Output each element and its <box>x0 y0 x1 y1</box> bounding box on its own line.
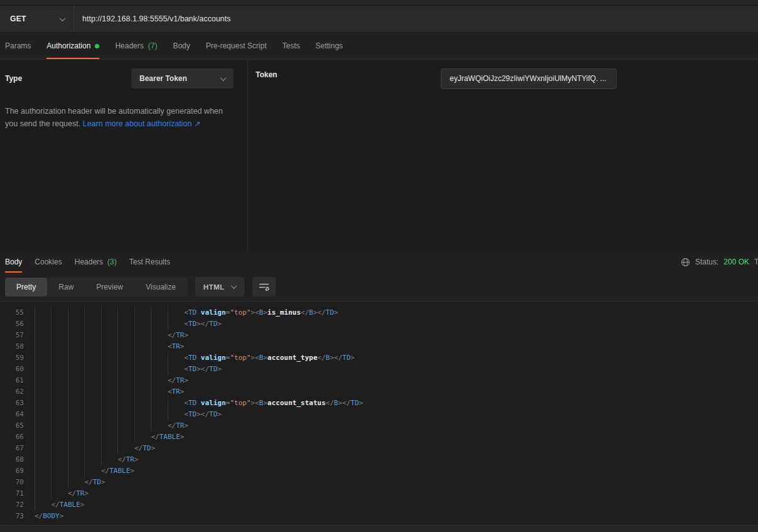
code-line: 58<TR> <box>0 341 758 352</box>
indent-guide <box>51 364 67 375</box>
view-tab-preview[interactable]: Preview <box>85 278 134 296</box>
view-tab-visualize[interactable]: Visualize <box>134 278 187 296</box>
tab-label: Body <box>173 41 190 50</box>
status-truncated-text: T <box>754 258 758 266</box>
request-tab-headers[interactable]: Headers(7) <box>115 33 157 59</box>
indent-guide <box>117 443 134 454</box>
indent-guide <box>134 432 151 443</box>
wrap-lines-button[interactable] <box>252 277 276 296</box>
line-number: 56 <box>0 318 24 330</box>
indent-guide <box>84 432 100 443</box>
auth-configured-dot-icon <box>95 44 99 48</box>
indent-guide <box>151 330 167 341</box>
indent-guide <box>51 318 67 330</box>
request-tab-body[interactable]: Body <box>173 33 190 59</box>
response-tab-body[interactable]: Body <box>5 251 22 273</box>
request-tab-pre-request-script[interactable]: Pre-request Script <box>206 33 267 59</box>
indent-guide <box>68 443 84 454</box>
indent-guide <box>68 432 84 443</box>
chevron-down-icon <box>231 283 237 289</box>
globe-icon[interactable] <box>681 258 690 267</box>
indent-guide <box>68 330 84 341</box>
indent-guide <box>101 398 117 409</box>
indent-guide <box>68 465 84 477</box>
indent-guide <box>134 375 151 386</box>
indent-guide <box>168 352 184 364</box>
request-tab-params[interactable]: Params <box>5 33 31 59</box>
indent-guide <box>117 420 134 432</box>
indent-guide <box>101 352 117 364</box>
indent-guide <box>84 409 100 420</box>
indent-guide <box>51 307 67 318</box>
tab-label: Headers <box>115 41 143 50</box>
indent-guide <box>151 341 167 352</box>
request-url-bar: GET http://192.168.1.98:5555/v1/bank/acc… <box>0 6 758 33</box>
response-tab-cookies[interactable]: Cookies <box>35 251 62 273</box>
code-line: 55<TD valign="top"><B>is_minus</B></TD> <box>0 307 758 318</box>
view-tab-pretty[interactable]: Pretty <box>5 278 47 296</box>
tab-count-badge: (3) <box>107 258 117 266</box>
line-number: 57 <box>0 330 24 341</box>
learn-more-link[interactable]: Learn more about authorization ↗ <box>83 119 201 128</box>
line-number: 55 <box>0 307 24 318</box>
response-toolbar: PrettyRawPreviewVisualize HTML <box>0 273 758 301</box>
tab-label: Authorization <box>46 41 90 50</box>
request-tab-tests[interactable]: Tests <box>282 33 300 59</box>
code-text: </TABLE> <box>35 499 84 511</box>
indent-guide <box>168 364 184 375</box>
indent-guide <box>84 398 100 409</box>
indent-guide <box>101 409 117 420</box>
indent-guide <box>35 375 51 386</box>
view-tab-raw[interactable]: Raw <box>47 278 85 296</box>
indent-guide <box>84 386 100 398</box>
response-body-editor[interactable]: 55<TD valign="top"><B>is_minus</B></TD>5… <box>0 301 758 525</box>
request-tab-authorization[interactable]: Authorization <box>46 33 99 59</box>
format-value: HTML <box>203 283 225 291</box>
line-number: 64 <box>0 409 24 420</box>
window-top-strip <box>0 0 758 6</box>
line-number: 67 <box>0 443 24 454</box>
indent-guide <box>84 454 100 465</box>
code-line: 60<TD></TD> <box>0 364 758 375</box>
response-status-area: Status: 200 OK T <box>681 251 758 273</box>
token-input[interactable]: eyJraWQiOiJzc29zIiwiYWxnIjoiUlMyNTYifQ. … <box>441 68 617 89</box>
indent-guide <box>68 420 84 432</box>
method-select[interactable]: GET <box>0 6 74 32</box>
code-text: <TD valign="top"><B>account_status</B></… <box>35 398 363 409</box>
auth-token-panel: Token eyJraWQiOiJzc29zIiwiYWxnIjoiUlMyNT… <box>248 60 758 251</box>
auth-type-label: Type <box>5 68 22 83</box>
url-input[interactable]: http://192.168.1.98:5555/v1/bank/account… <box>74 6 758 32</box>
auth-type-value: Bearer Token <box>139 74 187 83</box>
indent-guide <box>168 307 184 318</box>
indent-guide <box>151 352 167 364</box>
code-line: 66</TABLE> <box>0 432 758 443</box>
format-select[interactable]: HTML <box>195 277 245 296</box>
tab-label: Body <box>5 258 22 266</box>
response-tab-headers[interactable]: Headers(3) <box>75 251 117 273</box>
indent-guide <box>35 454 51 465</box>
indent-guide <box>101 375 117 386</box>
code-text: <TD valign="top"><B>is_minus</B></TD> <box>35 307 338 318</box>
indent-guide <box>68 318 84 330</box>
line-number: 63 <box>0 398 24 409</box>
indent-guide <box>151 386 167 398</box>
indent-guide <box>68 454 84 465</box>
response-tab-test-results[interactable]: Test Results <box>129 251 170 273</box>
line-number: 72 <box>0 499 24 511</box>
request-tab-settings[interactable]: Settings <box>316 33 343 59</box>
code-text: </TR> <box>35 375 188 386</box>
indent-guide <box>84 465 100 477</box>
indent-guide <box>68 375 84 386</box>
external-link-icon: ↗ <box>194 119 200 128</box>
indent-guide <box>35 307 51 318</box>
indent-guide <box>35 318 51 330</box>
indent-guide <box>51 409 67 420</box>
indent-guide <box>117 318 134 330</box>
indent-guide <box>117 409 134 420</box>
indent-guide <box>101 330 117 341</box>
indent-guide <box>134 398 151 409</box>
code-text: </TR> <box>35 330 188 341</box>
indent-guide <box>35 420 51 432</box>
code-line: 71</TR> <box>0 488 758 499</box>
auth-type-select[interactable]: Bearer Token <box>131 68 234 89</box>
